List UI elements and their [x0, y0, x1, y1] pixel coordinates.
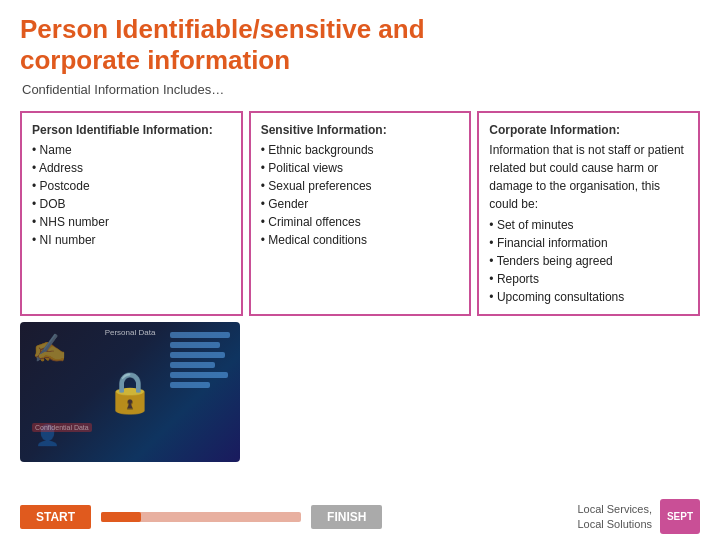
list-item: Tenders being agreed	[489, 252, 688, 270]
list-item: DOB	[32, 195, 231, 213]
person-identifiable-box: Person Identifiable Information: Name Ad…	[20, 111, 243, 316]
confidential-label: Confidential Data	[32, 423, 92, 432]
list-item: Ethnic backgrounds	[261, 141, 460, 159]
sept-logo: SEPT	[660, 499, 700, 534]
list-item: Reports	[489, 270, 688, 288]
local-services-text: Local Services, Local Solutions	[577, 502, 652, 531]
data-lines	[170, 332, 230, 388]
personal-data-label: Personal Data	[105, 328, 156, 337]
col3-description: Information that is not staff or patient…	[489, 141, 688, 213]
data-line	[170, 352, 225, 358]
progress-fill	[101, 512, 141, 522]
col2-title: Sensitive Information:	[261, 121, 460, 139]
list-item: NI number	[32, 231, 231, 249]
corporate-box: Corporate Information: Information that …	[477, 111, 700, 316]
right-footer: Local Services, Local Solutions SEPT	[577, 499, 700, 534]
col3-list: Set of minutes Financial information Ten…	[489, 216, 688, 306]
data-line	[170, 342, 220, 348]
start-button[interactable]: START	[20, 505, 91, 529]
list-item: Criminal offences	[261, 213, 460, 231]
data-line	[170, 382, 210, 388]
list-item: Political views	[261, 159, 460, 177]
bottom-area: Personal Data ✍ 🔒 👤 Confidential Data	[0, 316, 720, 493]
list-item: Gender	[261, 195, 460, 213]
page-title: Person Identifiable/sensitive and corpor…	[20, 14, 700, 76]
col3-title: Corporate Information:	[489, 121, 688, 139]
subtitle: Confidential Information Includes…	[22, 82, 700, 97]
list-item: Financial information	[489, 234, 688, 252]
data-line	[170, 332, 230, 338]
list-item: Sexual preferences	[261, 177, 460, 195]
list-item: Name	[32, 141, 231, 159]
col1-title: Person Identifiable Information:	[32, 121, 231, 139]
columns-area: Person Identifiable Information: Name Ad…	[0, 105, 720, 316]
data-line	[170, 362, 215, 368]
fingerprint-icon: ✍	[32, 332, 67, 365]
header: Person Identifiable/sensitive and corpor…	[0, 0, 720, 105]
page: Person Identifiable/sensitive and corpor…	[0, 0, 720, 540]
list-item: Address	[32, 159, 231, 177]
security-image: Personal Data ✍ 🔒 👤 Confidential Data	[20, 322, 240, 462]
list-item: Medical conditions	[261, 231, 460, 249]
col1-list: Name Address Postcode DOB NHS number NI …	[32, 141, 231, 249]
finish-button[interactable]: FINISH	[311, 505, 382, 529]
progress-bar	[101, 512, 301, 522]
data-line	[170, 372, 228, 378]
list-item: Postcode	[32, 177, 231, 195]
list-item: Upcoming consultations	[489, 288, 688, 306]
list-item: NHS number	[32, 213, 231, 231]
col2-list: Ethnic backgrounds Political views Sexua…	[261, 141, 460, 249]
list-item: Set of minutes	[489, 216, 688, 234]
sensitive-box: Sensitive Information: Ethnic background…	[249, 111, 472, 316]
footer: START FINISH Local Services, Local Solut…	[0, 493, 720, 540]
lock-icon: 🔒	[105, 369, 155, 416]
